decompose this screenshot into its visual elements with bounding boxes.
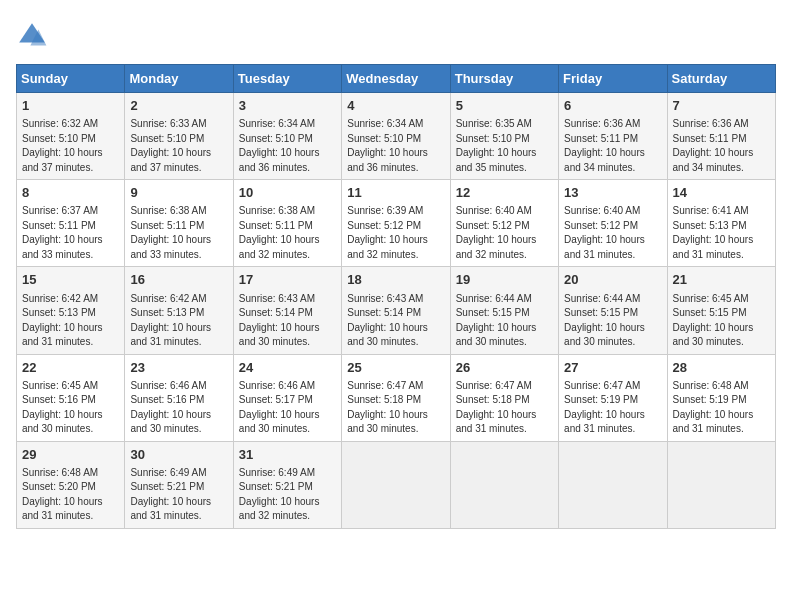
day-info: Sunrise: 6:37 AM Sunset: 5:11 PM Dayligh… [22, 204, 119, 262]
weekday-header: Saturday [667, 65, 775, 93]
calendar-cell: 15Sunrise: 6:42 AM Sunset: 5:13 PM Dayli… [17, 267, 125, 354]
calendar-cell: 27Sunrise: 6:47 AM Sunset: 5:19 PM Dayli… [559, 354, 667, 441]
calendar-cell: 21Sunrise: 6:45 AM Sunset: 5:15 PM Dayli… [667, 267, 775, 354]
calendar-cell: 31Sunrise: 6:49 AM Sunset: 5:21 PM Dayli… [233, 441, 341, 528]
day-number: 17 [239, 271, 336, 289]
calendar-cell: 9Sunrise: 6:38 AM Sunset: 5:11 PM Daylig… [125, 180, 233, 267]
day-info: Sunrise: 6:47 AM Sunset: 5:18 PM Dayligh… [456, 379, 553, 437]
day-number: 23 [130, 359, 227, 377]
weekday-header: Monday [125, 65, 233, 93]
day-info: Sunrise: 6:45 AM Sunset: 5:15 PM Dayligh… [673, 292, 770, 350]
calendar-cell: 24Sunrise: 6:46 AM Sunset: 5:17 PM Dayli… [233, 354, 341, 441]
weekday-header: Thursday [450, 65, 558, 93]
day-number: 8 [22, 184, 119, 202]
day-number: 1 [22, 97, 119, 115]
day-info: Sunrise: 6:42 AM Sunset: 5:13 PM Dayligh… [22, 292, 119, 350]
calendar-cell: 16Sunrise: 6:42 AM Sunset: 5:13 PM Dayli… [125, 267, 233, 354]
day-number: 4 [347, 97, 444, 115]
day-number: 16 [130, 271, 227, 289]
calendar-cell: 13Sunrise: 6:40 AM Sunset: 5:12 PM Dayli… [559, 180, 667, 267]
calendar-cell [667, 441, 775, 528]
calendar-cell: 8Sunrise: 6:37 AM Sunset: 5:11 PM Daylig… [17, 180, 125, 267]
logo [16, 20, 52, 52]
day-number: 7 [673, 97, 770, 115]
day-info: Sunrise: 6:39 AM Sunset: 5:12 PM Dayligh… [347, 204, 444, 262]
calendar-cell: 26Sunrise: 6:47 AM Sunset: 5:18 PM Dayli… [450, 354, 558, 441]
day-info: Sunrise: 6:38 AM Sunset: 5:11 PM Dayligh… [130, 204, 227, 262]
day-number: 26 [456, 359, 553, 377]
calendar-cell: 17Sunrise: 6:43 AM Sunset: 5:14 PM Dayli… [233, 267, 341, 354]
calendar-body: 1Sunrise: 6:32 AM Sunset: 5:10 PM Daylig… [17, 93, 776, 529]
calendar-cell: 7Sunrise: 6:36 AM Sunset: 5:11 PM Daylig… [667, 93, 775, 180]
calendar-week-row: 1Sunrise: 6:32 AM Sunset: 5:10 PM Daylig… [17, 93, 776, 180]
calendar-cell: 25Sunrise: 6:47 AM Sunset: 5:18 PM Dayli… [342, 354, 450, 441]
calendar-cell: 11Sunrise: 6:39 AM Sunset: 5:12 PM Dayli… [342, 180, 450, 267]
day-number: 21 [673, 271, 770, 289]
day-number: 28 [673, 359, 770, 377]
calendar-cell: 29Sunrise: 6:48 AM Sunset: 5:20 PM Dayli… [17, 441, 125, 528]
calendar-cell: 23Sunrise: 6:46 AM Sunset: 5:16 PM Dayli… [125, 354, 233, 441]
day-info: Sunrise: 6:47 AM Sunset: 5:19 PM Dayligh… [564, 379, 661, 437]
day-number: 10 [239, 184, 336, 202]
weekday-header: Tuesday [233, 65, 341, 93]
day-number: 19 [456, 271, 553, 289]
calendar-cell: 2Sunrise: 6:33 AM Sunset: 5:10 PM Daylig… [125, 93, 233, 180]
calendar-cell [342, 441, 450, 528]
calendar-cell [559, 441, 667, 528]
calendar-cell: 6Sunrise: 6:36 AM Sunset: 5:11 PM Daylig… [559, 93, 667, 180]
day-number: 5 [456, 97, 553, 115]
calendar-week-row: 22Sunrise: 6:45 AM Sunset: 5:16 PM Dayli… [17, 354, 776, 441]
day-info: Sunrise: 6:40 AM Sunset: 5:12 PM Dayligh… [564, 204, 661, 262]
day-info: Sunrise: 6:49 AM Sunset: 5:21 PM Dayligh… [239, 466, 336, 524]
calendar-cell: 28Sunrise: 6:48 AM Sunset: 5:19 PM Dayli… [667, 354, 775, 441]
day-info: Sunrise: 6:32 AM Sunset: 5:10 PM Dayligh… [22, 117, 119, 175]
calendar-cell: 19Sunrise: 6:44 AM Sunset: 5:15 PM Dayli… [450, 267, 558, 354]
day-number: 18 [347, 271, 444, 289]
day-info: Sunrise: 6:43 AM Sunset: 5:14 PM Dayligh… [239, 292, 336, 350]
calendar-header: SundayMondayTuesdayWednesdayThursdayFrid… [17, 65, 776, 93]
calendar-cell: 4Sunrise: 6:34 AM Sunset: 5:10 PM Daylig… [342, 93, 450, 180]
day-number: 25 [347, 359, 444, 377]
day-info: Sunrise: 6:33 AM Sunset: 5:10 PM Dayligh… [130, 117, 227, 175]
day-info: Sunrise: 6:44 AM Sunset: 5:15 PM Dayligh… [564, 292, 661, 350]
weekday-header: Friday [559, 65, 667, 93]
day-number: 30 [130, 446, 227, 464]
calendar-cell: 18Sunrise: 6:43 AM Sunset: 5:14 PM Dayli… [342, 267, 450, 354]
day-info: Sunrise: 6:48 AM Sunset: 5:19 PM Dayligh… [673, 379, 770, 437]
day-info: Sunrise: 6:43 AM Sunset: 5:14 PM Dayligh… [347, 292, 444, 350]
day-number: 13 [564, 184, 661, 202]
day-info: Sunrise: 6:35 AM Sunset: 5:10 PM Dayligh… [456, 117, 553, 175]
calendar-cell: 5Sunrise: 6:35 AM Sunset: 5:10 PM Daylig… [450, 93, 558, 180]
day-number: 24 [239, 359, 336, 377]
day-info: Sunrise: 6:38 AM Sunset: 5:11 PM Dayligh… [239, 204, 336, 262]
day-info: Sunrise: 6:34 AM Sunset: 5:10 PM Dayligh… [239, 117, 336, 175]
calendar-cell: 10Sunrise: 6:38 AM Sunset: 5:11 PM Dayli… [233, 180, 341, 267]
calendar-cell: 14Sunrise: 6:41 AM Sunset: 5:13 PM Dayli… [667, 180, 775, 267]
day-info: Sunrise: 6:46 AM Sunset: 5:17 PM Dayligh… [239, 379, 336, 437]
weekday-row: SundayMondayTuesdayWednesdayThursdayFrid… [17, 65, 776, 93]
weekday-header: Sunday [17, 65, 125, 93]
day-number: 3 [239, 97, 336, 115]
calendar-cell: 12Sunrise: 6:40 AM Sunset: 5:12 PM Dayli… [450, 180, 558, 267]
calendar-cell: 30Sunrise: 6:49 AM Sunset: 5:21 PM Dayli… [125, 441, 233, 528]
day-info: Sunrise: 6:46 AM Sunset: 5:16 PM Dayligh… [130, 379, 227, 437]
calendar-cell: 22Sunrise: 6:45 AM Sunset: 5:16 PM Dayli… [17, 354, 125, 441]
day-number: 11 [347, 184, 444, 202]
day-info: Sunrise: 6:41 AM Sunset: 5:13 PM Dayligh… [673, 204, 770, 262]
day-info: Sunrise: 6:48 AM Sunset: 5:20 PM Dayligh… [22, 466, 119, 524]
calendar-cell: 3Sunrise: 6:34 AM Sunset: 5:10 PM Daylig… [233, 93, 341, 180]
day-info: Sunrise: 6:36 AM Sunset: 5:11 PM Dayligh… [673, 117, 770, 175]
day-number: 31 [239, 446, 336, 464]
day-info: Sunrise: 6:44 AM Sunset: 5:15 PM Dayligh… [456, 292, 553, 350]
day-info: Sunrise: 6:42 AM Sunset: 5:13 PM Dayligh… [130, 292, 227, 350]
logo-icon [16, 20, 48, 52]
calendar-week-row: 29Sunrise: 6:48 AM Sunset: 5:20 PM Dayli… [17, 441, 776, 528]
day-info: Sunrise: 6:49 AM Sunset: 5:21 PM Dayligh… [130, 466, 227, 524]
day-number: 14 [673, 184, 770, 202]
calendar-table: SundayMondayTuesdayWednesdayThursdayFrid… [16, 64, 776, 529]
day-number: 20 [564, 271, 661, 289]
day-number: 9 [130, 184, 227, 202]
day-number: 2 [130, 97, 227, 115]
day-number: 15 [22, 271, 119, 289]
calendar-cell: 20Sunrise: 6:44 AM Sunset: 5:15 PM Dayli… [559, 267, 667, 354]
